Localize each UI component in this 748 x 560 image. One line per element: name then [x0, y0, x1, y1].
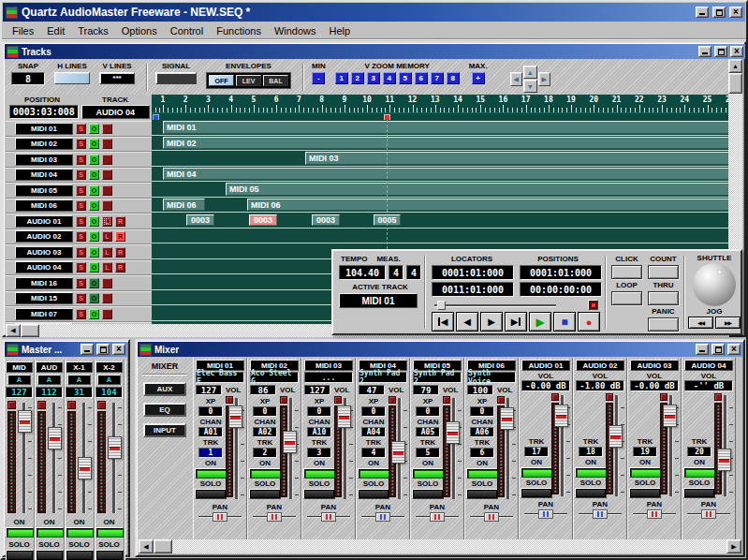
tempo-display[interactable]: 104.40 [339, 265, 386, 280]
xp-display[interactable]: 0 [198, 406, 223, 417]
track-name[interactable]: MIDI 06 [15, 199, 73, 212]
pan-slider[interactable] [579, 509, 622, 519]
track-name[interactable]: MIDI 04 [15, 169, 73, 181]
right-channel-button[interactable]: R [115, 262, 125, 273]
slider-handle[interactable] [437, 301, 446, 310]
midi-block[interactable]: MIDI 02 [163, 137, 730, 150]
mute-button[interactable] [102, 309, 112, 319]
trk-display[interactable]: 4 [361, 448, 386, 458]
meas-denominator-display[interactable]: 4 [406, 265, 421, 280]
instrument-display[interactable]: Elec Bass F [196, 372, 244, 383]
record-indicator-button[interactable] [588, 300, 598, 310]
mixer-minimize-button[interactable] [696, 344, 709, 355]
timeline-track-row[interactable]: 0003000300030005 [152, 213, 731, 228]
chan-display[interactable]: A04 [361, 427, 386, 437]
right-channel-button[interactable]: R [115, 231, 125, 242]
on-button[interactable]: O [89, 169, 99, 180]
on-button[interactable]: O [89, 231, 99, 242]
timeline-track-row[interactable]: MIDI 01 [152, 120, 731, 136]
snap-display[interactable]: 8 [11, 72, 45, 85]
pan-slider[interactable] [416, 512, 459, 522]
left-channel-button[interactable]: L [102, 231, 112, 242]
xp-display[interactable]: 0 [416, 406, 440, 417]
level-display[interactable]: 112 [36, 387, 63, 398]
close-button[interactable]: × [729, 7, 742, 18]
midi-block[interactable]: MIDI 03 [305, 152, 730, 165]
solo-button[interactable]: S [76, 155, 86, 165]
timeline-ruler[interactable]: 1234567891011121314151617181920212223242… [152, 95, 731, 120]
v-lines-button[interactable]: *** [99, 72, 135, 84]
mute-button[interactable] [102, 155, 112, 165]
solo-button[interactable]: S [76, 216, 86, 227]
locator-1-display[interactable]: 0001:01:000 [432, 265, 514, 280]
xp-display[interactable]: 0 [307, 406, 331, 417]
bus-button[interactable]: A [7, 375, 31, 385]
sidebar-eq-button[interactable]: EQ [143, 403, 186, 417]
vzoom-memory-button-8[interactable]: 8 [447, 72, 460, 84]
on-button[interactable]: O [89, 247, 99, 258]
scroll-right-icon[interactable]: ▶ [538, 72, 550, 86]
fader-handle[interactable] [283, 431, 297, 453]
solo-button[interactable] [521, 488, 552, 498]
mixer-horizontal-scrollbar[interactable]: ◀ ▶ [139, 539, 741, 553]
solo-button[interactable]: S [76, 169, 86, 180]
click-button[interactable] [611, 265, 642, 279]
scroll-up-icon[interactable]: ▲ [523, 66, 537, 79]
vzoom-min-button[interactable]: - [312, 72, 325, 84]
on-button[interactable] [303, 468, 335, 479]
on-button[interactable] [36, 527, 64, 538]
menu-item-tracks[interactable]: Tracks [71, 23, 115, 38]
solo-button[interactable]: S [76, 309, 86, 319]
midi-block[interactable]: MIDI 06 [163, 199, 205, 212]
position-bars-display[interactable]: 0001:01:000 [520, 265, 602, 280]
audio-clip[interactable]: 0003 [249, 214, 277, 226]
sidebar-aux-button[interactable]: AUX [143, 382, 186, 396]
on-button[interactable] [683, 467, 715, 478]
level-display[interactable]: 104 [95, 387, 123, 398]
mute-button[interactable] [102, 139, 112, 149]
trk-display[interactable]: 20 [687, 447, 711, 457]
instrument-display[interactable]: Synth Voice [467, 372, 516, 383]
instrument-display[interactable]: Synth Pad 2 [359, 372, 407, 383]
on-button[interactable] [521, 467, 552, 478]
trk-display[interactable]: 18 [579, 447, 603, 457]
master-maximize-button[interactable] [96, 344, 110, 355]
channel-name[interactable]: AUDIO 02 [576, 360, 624, 371]
left-channel-button[interactable]: L [102, 247, 112, 258]
h-lines-button[interactable] [54, 72, 90, 84]
pan-slider[interactable] [633, 509, 676, 519]
pan-handle[interactable] [213, 512, 227, 522]
instrument-display[interactable]: Aco Steel G [250, 372, 299, 383]
pan-slider[interactable] [361, 512, 404, 522]
solo-button[interactable]: S [76, 247, 86, 258]
level-display[interactable]: 79 [413, 385, 439, 395]
chan-display[interactable]: A01 [198, 427, 223, 437]
mixer-maximize-button[interactable] [711, 344, 725, 355]
bus-button[interactable]: A [67, 375, 91, 385]
fader-handle[interactable] [18, 410, 32, 433]
panic-button[interactable] [648, 317, 679, 332]
fader-handle[interactable] [108, 436, 122, 459]
level-display[interactable]: 127 [196, 385, 222, 395]
solo-button[interactable] [629, 488, 661, 498]
mute-button[interactable] [102, 293, 112, 303]
position-time-display[interactable]: 00:00:00:00 [520, 282, 602, 297]
volume-db-display[interactable]: -0.00 dB [630, 380, 679, 391]
menu-item-options[interactable]: Options [115, 23, 164, 38]
on-button[interactable] [575, 467, 607, 478]
trk-display[interactable]: 2 [253, 448, 277, 458]
scrollbar-thumb[interactable] [21, 324, 39, 337]
pan-handle[interactable] [321, 512, 336, 522]
channel-name[interactable]: MIDI 03 [304, 360, 353, 371]
on-button[interactable] [195, 468, 227, 479]
solo-button[interactable] [249, 489, 281, 499]
xp-display[interactable]: 0 [361, 406, 386, 417]
solo-button[interactable] [358, 489, 389, 499]
on-button[interactable] [95, 527, 124, 538]
right-channel-button[interactable]: R [115, 247, 125, 258]
solo-button[interactable]: S [76, 124, 86, 134]
menu-item-functions[interactable]: Functions [210, 23, 268, 38]
volume-db-display[interactable]: -1.80 dB [576, 380, 624, 391]
scrollbar-track[interactable] [172, 539, 726, 553]
forward-button[interactable]: ▶ [480, 312, 503, 332]
